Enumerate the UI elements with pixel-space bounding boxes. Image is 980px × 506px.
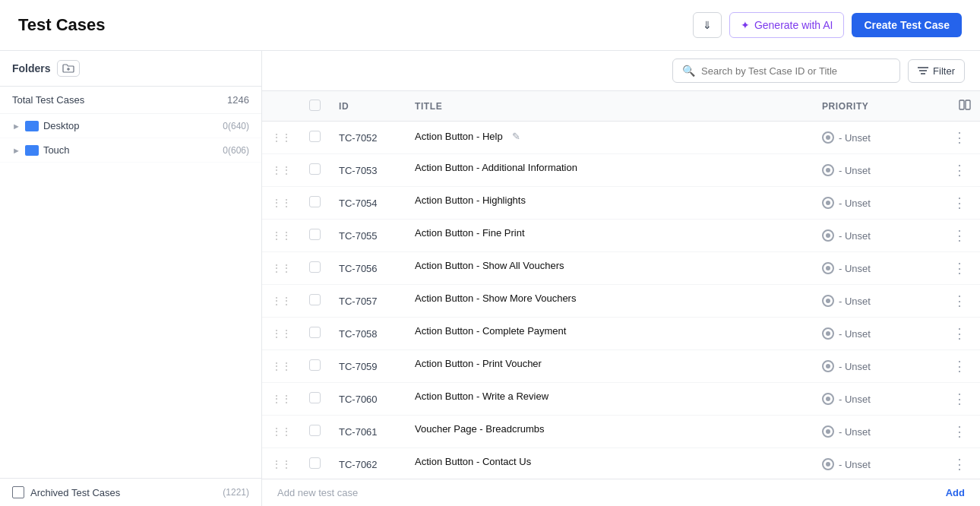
row-menu-button[interactable]: ⋮ <box>948 129 971 146</box>
test-case-id: TC-7061 <box>330 416 406 448</box>
drag-handle[interactable]: ⋮⋮ <box>262 350 300 383</box>
test-case-priority: - Unset <box>813 187 934 220</box>
drag-handle[interactable]: ⋮⋮ <box>262 285 300 318</box>
row-checkbox-cell <box>300 416 330 448</box>
ai-sparkle-icon: ✦ <box>741 19 750 31</box>
priority-circle-icon <box>822 458 834 470</box>
row-checkbox[interactable] <box>309 425 321 436</box>
folders-header: Folders <box>0 51 261 87</box>
priority-text: - Unset <box>839 426 871 438</box>
total-count: 1246 <box>227 94 249 106</box>
row-menu-button[interactable]: ⋮ <box>948 358 971 375</box>
table-row: ⋮⋮ TC-7056 Action Button - Show All Vouc… <box>262 252 980 285</box>
test-case-title: Action Button - Write a Review <box>406 383 813 410</box>
search-icon: 🔍 <box>682 65 695 77</box>
row-menu-button[interactable]: ⋮ <box>948 456 971 473</box>
row-checkbox-cell <box>300 350 330 383</box>
generate-ai-button[interactable]: ✦ Generate with AI <box>729 12 845 38</box>
test-case-id: TC-7059 <box>330 350 406 383</box>
row-menu-button[interactable]: ⋮ <box>948 227 971 244</box>
col-priority-header: PRIORITY <box>813 91 934 122</box>
priority-text: - Unset <box>839 230 871 242</box>
sidebar-items: Total Test Cases 1246 ► Desktop 0(640) ► <box>0 87 261 478</box>
row-checkbox[interactable] <box>309 131 321 142</box>
row-checkbox[interactable] <box>309 359 321 371</box>
test-case-title: Action Button - Help✎ <box>406 122 813 151</box>
test-case-id: TC-7057 <box>330 285 406 318</box>
table-header-row: ID TITLE PRIORITY <box>262 91 980 122</box>
row-checkbox[interactable] <box>309 196 321 207</box>
main-content: Folders Total Test Cases 1246 ► <box>0 51 980 506</box>
test-case-title: Action Button - Print Voucher <box>406 350 813 377</box>
priority-circle-icon <box>822 393 834 405</box>
total-label: Total Test Cases <box>12 94 84 106</box>
priority-text: - Unset <box>839 459 871 470</box>
header: Test Cases ⇓ ✦ Generate with AI Create T… <box>0 0 980 51</box>
priority-text: - Unset <box>839 394 871 405</box>
row-checkbox[interactable] <box>309 457 321 469</box>
row-checkbox[interactable] <box>309 392 321 403</box>
row-menu-button[interactable]: ⋮ <box>948 162 971 179</box>
drag-handle[interactable]: ⋮⋮ <box>262 187 300 220</box>
row-menu-button[interactable]: ⋮ <box>948 325 971 342</box>
chevron-right-icon: ► <box>12 146 21 155</box>
table-row: ⋮⋮ TC-7060 Action Button - Write a Revie… <box>262 383 980 416</box>
search-input[interactable] <box>701 65 890 77</box>
add-bar: Add new test case Add <box>262 479 980 506</box>
drag-handle[interactable]: ⋮⋮ <box>262 416 300 448</box>
priority-circle-icon <box>822 164 834 176</box>
row-checkbox[interactable] <box>309 294 321 305</box>
row-menu-button[interactable]: ⋮ <box>948 423 971 440</box>
export-button[interactable]: ⇓ <box>693 12 722 38</box>
row-menu-button[interactable]: ⋮ <box>948 391 971 407</box>
row-checkbox[interactable] <box>309 261 321 273</box>
filter-button[interactable]: Filter <box>908 59 965 83</box>
drag-handle[interactable]: ⋮⋮ <box>262 252 300 285</box>
drag-handle[interactable]: ⋮⋮ <box>262 154 300 187</box>
add-folder-button[interactable] <box>57 60 80 77</box>
row-checkbox[interactable] <box>309 163 321 175</box>
test-case-title: Action Button - Highlights <box>406 187 813 213</box>
row-menu-button[interactable]: ⋮ <box>948 260 971 277</box>
col-actions-header <box>934 91 980 122</box>
row-actions-cell: ⋮ <box>934 154 980 187</box>
folder-icon <box>25 145 39 156</box>
drag-handle[interactable]: ⋮⋮ <box>262 220 300 252</box>
row-menu-button[interactable]: ⋮ <box>948 194 971 211</box>
row-checkbox[interactable] <box>309 327 321 338</box>
test-case-id: TC-7055 <box>330 220 406 252</box>
folders-label: Folders <box>12 62 51 74</box>
drag-handle[interactable]: ⋮⋮ <box>262 383 300 416</box>
test-case-id: TC-7052 <box>330 122 406 154</box>
select-all-checkbox[interactable] <box>309 100 321 111</box>
priority-circle-icon <box>822 197 834 209</box>
add-test-case-button[interactable]: Add <box>946 487 965 498</box>
row-checkbox-cell <box>300 187 330 220</box>
sidebar-item-desktop[interactable]: ► Desktop 0(640) <box>0 114 261 138</box>
row-checkbox-cell <box>300 122 330 154</box>
sidebar-item-touch[interactable]: ► Touch 0(606) <box>0 138 261 163</box>
priority-circle-icon <box>822 360 834 372</box>
row-menu-button[interactable]: ⋮ <box>948 293 971 309</box>
drag-handle[interactable]: ⋮⋮ <box>262 448 300 479</box>
create-test-case-button[interactable]: Create Test Case <box>852 13 962 37</box>
filter-label: Filter <box>933 65 955 77</box>
sidebar-footer: Archived Test Cases (1221) <box>0 478 261 506</box>
col-check-header <box>300 91 330 122</box>
drag-handle[interactable]: ⋮⋮ <box>262 318 300 350</box>
test-case-id: TC-7058 <box>330 318 406 350</box>
table-row: ⋮⋮ TC-7058 Action Button - Complete Paym… <box>262 318 980 350</box>
row-checkbox[interactable] <box>309 229 321 240</box>
edit-button[interactable]: ✎ <box>509 129 523 144</box>
search-box: 🔍 <box>672 59 900 83</box>
drag-handle[interactable]: ⋮⋮ <box>262 122 300 154</box>
row-actions-cell: ⋮ <box>934 416 980 448</box>
priority-circle-icon <box>822 229 834 242</box>
columns-icon[interactable] <box>959 99 971 111</box>
header-actions: ⇓ ✦ Generate with AI Create Test Case <box>693 12 962 38</box>
priority-circle-icon <box>822 131 834 144</box>
priority-circle-icon <box>822 327 834 340</box>
test-case-title: Action Button - Additional Information <box>406 154 813 181</box>
test-case-id: TC-7056 <box>330 252 406 285</box>
row-actions-cell: ⋮ <box>934 383 980 416</box>
